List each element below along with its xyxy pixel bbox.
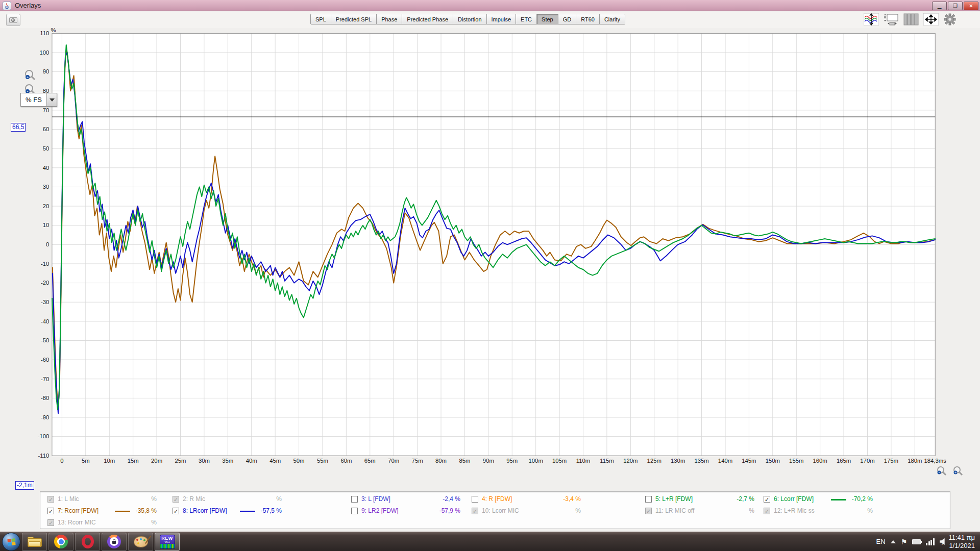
legend-label[interactable]: 4: R [FDW] <box>482 495 512 503</box>
chart-canvas[interactable]: 1101009080706050403020100-10-20-30-40-50… <box>0 28 980 492</box>
taskbar-explorer-button[interactable] <box>22 533 47 551</box>
legend-checkbox[interactable]: ✓ <box>47 508 54 514</box>
legend-checkbox[interactable] <box>472 496 478 503</box>
x-axis-tick-label: 105m <box>552 458 567 464</box>
legend-item-4: 4: R [FDW]-3,4 % <box>472 495 583 505</box>
x-axis-tick-label: 155m <box>789 458 803 464</box>
step-response-chart: 1101009080706050403020100-10-20-30-40-50… <box>0 28 980 492</box>
language-indicator[interactable]: EN <box>876 538 886 545</box>
y-axis-tick-label: -110 <box>38 453 49 459</box>
trace-scale-icon[interactable] <box>864 13 879 26</box>
y-axis-tick-label: -80 <box>41 395 49 401</box>
tab-rt60[interactable]: RT60 <box>576 14 600 24</box>
close-button[interactable]: ✕ <box>964 2 978 10</box>
pan-icon[interactable] <box>923 13 939 26</box>
window-title: Overlays <box>15 2 41 9</box>
x-axis-tick-label: 95m <box>506 458 518 464</box>
chevron-down-icon[interactable] <box>46 93 57 106</box>
svg-text:-: - <box>939 470 940 475</box>
legend-item-3: 3: L [FDW]-2,4 % <box>351 495 462 505</box>
network-signal-icon[interactable] <box>926 538 935 545</box>
x-axis-tick-label: 45m <box>270 458 281 464</box>
legend-checkbox: ✓ <box>47 519 54 526</box>
taskbar-rew-button[interactable]: REW V5.1 <box>155 533 180 551</box>
legend-label[interactable]: 2: R Mic <box>183 495 205 503</box>
legend-item-12: ✓12: L+R Mic ss% <box>764 507 875 516</box>
legend-label[interactable]: 8: LRcorr [FDW] <box>183 507 227 514</box>
tab-predicted-phase[interactable]: Predicted Phase <box>402 14 453 24</box>
volume-icon[interactable]: ) <box>940 538 944 545</box>
measurement-legend: ✓1: L Mic%✓2: R Mic%3: L [FDW]-2,4 %4: R… <box>40 491 950 529</box>
legend-item-6: ✓6: Lcorr [FDW]-70,2 % <box>764 495 875 505</box>
start-button[interactable] <box>2 533 20 551</box>
y-axis-tick-label: -40 <box>41 318 49 324</box>
legend-checkbox[interactable] <box>351 508 358 514</box>
battery-icon[interactable] <box>912 539 921 544</box>
tab-spl[interactable]: SPL <box>310 14 331 24</box>
legend-label[interactable]: 9: LR2 [FDW] <box>361 507 399 514</box>
taskbar-opera-button[interactable] <box>75 533 100 551</box>
taskbar-chrome-button[interactable] <box>48 533 74 551</box>
legend-label[interactable]: 12: L+R Mic ss <box>774 507 815 514</box>
legend-label[interactable]: 6: Lcorr [FDW] <box>774 495 814 503</box>
y-axis-tick-label: 10 <box>43 222 50 228</box>
taskbar-secure-browser-button[interactable] <box>102 533 127 551</box>
taskbar-paint-button[interactable] <box>128 533 153 551</box>
capture-graph-button[interactable] <box>6 14 20 26</box>
x-axis-tick-label: 80m <box>435 458 447 464</box>
minimize-button[interactable]: ▁ <box>932 2 947 10</box>
tab-distortion[interactable]: Distortion <box>453 14 486 24</box>
system-tray: EN ⚑ ) 11:41 πμ 1/1/2021 <box>876 534 980 550</box>
legend-label[interactable]: 11: LR MIC off <box>655 507 694 514</box>
x-axis-tick-label: 120m <box>623 458 638 464</box>
x-axis-tick-label: 115m <box>600 458 614 464</box>
legend-value: -2,4 % <box>443 495 460 503</box>
tab-clarity[interactable]: Clarity <box>600 14 625 24</box>
x-axis-tick-label: 135m <box>694 458 708 464</box>
x-zoom-out-button[interactable]: - <box>936 466 949 479</box>
action-center-flag-icon[interactable]: ⚑ <box>901 538 908 546</box>
legend-label[interactable]: 7: Rcorr [FDW] <box>58 507 99 514</box>
settings-gear-icon[interactable] <box>943 13 959 26</box>
x-zoom-in-button[interactable]: + <box>952 466 966 479</box>
legend-label[interactable]: 10: Lcorr MIC <box>482 507 519 514</box>
y-axis-tick-label: 70 <box>43 107 50 113</box>
legend-label[interactable]: 13: Rcorr MIC <box>58 519 96 526</box>
tab-predicted-spl[interactable]: Predicted SPL <box>331 14 377 24</box>
legend-label[interactable]: 5: L+R [FDW] <box>655 495 693 503</box>
tab-etc[interactable]: ETC <box>516 14 537 24</box>
tab-impulse[interactable]: Impulse <box>487 14 517 24</box>
legend-checkbox: ✓ <box>764 508 770 514</box>
x-axis-tick-label: 5m <box>82 458 90 464</box>
svg-text:+: + <box>27 75 29 80</box>
graph-limits-icon[interactable] <box>884 13 899 26</box>
spectrogram-icon[interactable] <box>903 13 919 26</box>
maximize-button[interactable]: ❐ <box>948 2 963 10</box>
x-axis-tick-label: 0 <box>60 458 63 464</box>
legend-checkbox[interactable]: ✓ <box>173 508 179 514</box>
legend-value: -57,5 % <box>261 507 282 514</box>
x-axis-tick-label: 50m <box>293 458 305 464</box>
windows-taskbar: REW V5.1 EN ⚑ ) 11:41 πμ 1/1/2021 <box>0 532 980 551</box>
tab-phase[interactable]: Phase <box>377 14 402 24</box>
legend-checkbox[interactable]: ✓ <box>764 496 770 503</box>
x-cursor-readout: -2,1m <box>15 481 34 490</box>
x-axis-tick-label: 175m <box>884 458 898 464</box>
x-axis-tick-label: 75m <box>412 458 423 464</box>
legend-checkbox[interactable] <box>645 496 652 503</box>
paint-palette-icon <box>134 536 148 547</box>
y-axis-unit-selector[interactable]: % FS <box>20 93 57 107</box>
y-axis-tick-label: 50 <box>43 145 50 152</box>
show-hidden-icons-chevron[interactable] <box>891 540 896 543</box>
legend-checkbox[interactable] <box>351 496 358 503</box>
legend-label[interactable]: 1: L Mic <box>58 495 79 503</box>
clock-time: 11:41 πμ <box>948 534 975 542</box>
taskbar-clock[interactable]: 11:41 πμ 1/1/2021 <box>948 534 975 550</box>
y-zoom-in-button[interactable]: + <box>23 69 37 82</box>
legend-label[interactable]: 3: L [FDW] <box>361 495 390 503</box>
tab-step[interactable]: Step <box>537 14 558 24</box>
legend-value: % <box>749 507 754 514</box>
legend-item-11: ✓11: LR MIC off% <box>645 507 756 516</box>
tab-gd[interactable]: GD <box>558 14 577 24</box>
legend-item-9: 9: LR2 [FDW]-57,9 % <box>351 507 462 516</box>
